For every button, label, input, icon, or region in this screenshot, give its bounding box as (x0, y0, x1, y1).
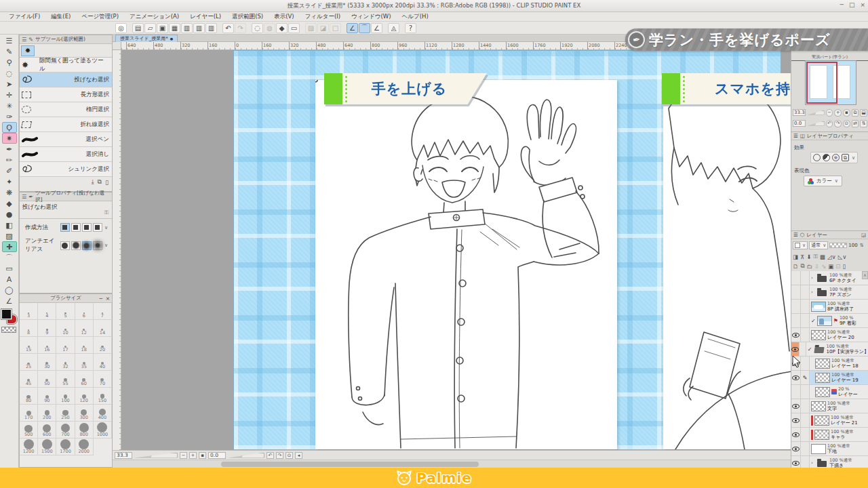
layer-row-main[interactable]: 100 %通常レイヤー 18 (810, 357, 868, 370)
layer-row-2[interactable]: 100 %通常8P 講座終了 (791, 300, 868, 314)
brush-size-700[interactable]: 700 (56, 422, 75, 439)
brush-tool-icon[interactable]: ✐ (2, 165, 17, 176)
brush-size-16[interactable]: 16 (38, 337, 56, 354)
menu-item-0[interactable]: ファイル(F) (4, 13, 45, 21)
brush-size-1200[interactable]: 1200 (20, 439, 38, 455)
export-pages-icon[interactable]: ▥ (193, 23, 205, 33)
menu-item-7[interactable]: フィルター(I) (300, 13, 345, 21)
subtool-item-0[interactable]: ✸隙間無く囲って塗るツール (20, 58, 112, 73)
subtool-item-6[interactable]: 選択消し (20, 147, 112, 162)
menu-item-1[interactable]: 編集(E) (46, 13, 75, 21)
brush-size-40[interactable]: 40 (94, 354, 112, 371)
document-tab[interactable]: 授業スライド_授業用* ● (115, 35, 178, 42)
pen-tool-icon[interactable]: ✒ (2, 144, 17, 155)
layer-row-0[interactable]: ›100 %通常6P ネクタイ (791, 271, 868, 285)
lock-icon[interactable]: ⚿ (104, 209, 108, 216)
layer-visibility-toggle[interactable] (791, 456, 801, 468)
operation-tool-icon[interactable]: ✳ (2, 100, 17, 111)
save-icon[interactable]: ▣ (157, 23, 168, 33)
canvas-viewport[interactable]: 手を上げる スマホを持 (121, 50, 791, 450)
brush-size-5[interactable]: 5 (56, 303, 75, 320)
layer-edit-target-cell[interactable] (801, 271, 810, 285)
new-canvas-icon[interactable]: ▤ (132, 23, 144, 33)
zoom-in-button[interactable]: + (189, 452, 197, 459)
delete-subtool-icon[interactable]: ▯ (105, 179, 108, 186)
clip-at-layer-icon[interactable]: ⬇ (806, 253, 811, 260)
tool-property-option-1-1[interactable] (71, 241, 81, 250)
page-2[interactable] (663, 80, 791, 449)
combine-icon[interactable]: ⇘ (821, 263, 826, 270)
text-tool-icon[interactable]: A (2, 274, 17, 285)
brush-size-15[interactable]: 15 (20, 337, 38, 354)
move-layer-tool-icon[interactable]: ✛ (2, 89, 17, 100)
layer-row-main[interactable]: 100 %通常下地 (810, 442, 868, 455)
new-layer-2-icon[interactable]: ⧉ (801, 262, 805, 270)
apply-mask-icon[interactable]: ⊡ (835, 263, 840, 270)
lasso-select-tool-icon[interactable]: Ϙ (2, 122, 17, 133)
menu-item-4[interactable]: レイヤー(L) (185, 13, 226, 21)
opacity-value[interactable]: 100 (848, 243, 857, 248)
airbrush-tool-icon[interactable]: ✦ (2, 176, 17, 187)
chevron-down-icon[interactable]: ∨ (835, 178, 838, 184)
new-folder-icon[interactable]: 🗀 (807, 263, 813, 270)
balloon-tool-icon[interactable]: ◯ (2, 285, 17, 296)
zoom-actual-button[interactable]: ▪ (199, 452, 206, 459)
menu-item-3[interactable]: アニメーション(A) (125, 13, 184, 21)
navigator-rotation-slider[interactable] (807, 121, 824, 126)
brush-size-1500[interactable]: 1500 (38, 439, 56, 455)
layer-row-9[interactable]: 100 %通常文字 (791, 399, 868, 413)
subtool-item-5[interactable]: 選択ペン (20, 132, 112, 147)
brush-size-10[interactable]: 10 (56, 320, 75, 337)
layer-row-main[interactable]: ›100 %通常7P ズボン (810, 285, 868, 299)
layer-visibility-toggle[interactable] (791, 371, 801, 384)
scale-rotate-icon[interactable]: ▨ (305, 23, 317, 33)
subtool-item-1[interactable]: 投げなわ選択 (20, 73, 112, 87)
minimize-button[interactable]: ─ (840, 1, 844, 8)
subtool-item-7[interactable]: シュリンク選択 (20, 162, 112, 177)
layer-visibility-toggle[interactable] (791, 314, 801, 327)
combine-below-icon[interactable]: ◨ (793, 253, 798, 260)
blend-tool-icon[interactable]: ● (2, 209, 17, 220)
prev-page-button[interactable]: ◂ (295, 452, 302, 459)
layer-visibility-toggle[interactable] (791, 428, 801, 441)
subtool-panel-header[interactable]: ☰ ✎ サブツール(選択範囲) (20, 35, 112, 44)
brush-size-800[interactable]: 800 (75, 422, 94, 439)
layer-edit-target-cell[interactable]: ✎ (801, 371, 810, 384)
redo-icon[interactable]: ↷ (235, 23, 246, 33)
navigator-thumbnail[interactable] (805, 60, 856, 105)
layer-edit-target-cell[interactable] (801, 328, 810, 342)
folder-expander-icon[interactable]: › (811, 289, 815, 295)
navigator-zoom-out-button[interactable]: − (826, 109, 833, 117)
menu-item-8[interactable]: ウィンドウ(W) (347, 13, 396, 21)
layer-row-main[interactable]: ✓100 %通常10P【実演学ラン】 (806, 342, 868, 356)
layer-panel-header[interactable]: ☰ ⬡ レイヤー ◲ (791, 230, 868, 239)
layer-row-main[interactable]: 100 %通常レイヤー 20 (810, 328, 868, 342)
layer-row-6[interactable]: 100 %通常レイヤー 18 (791, 357, 868, 371)
collapse-panel-icon[interactable]: ─ (99, 296, 102, 302)
layer-visibility-toggle[interactable] (791, 328, 801, 342)
navigator-view-rect[interactable] (806, 62, 837, 104)
layer-row-4[interactable]: 100 %通常レイヤー 20 (791, 328, 868, 342)
decoration-tool-icon[interactable]: ❋ (2, 187, 17, 198)
fill-tool-icon[interactable]: ◧ (2, 220, 17, 230)
fill-icon[interactable]: ◆ (276, 23, 288, 33)
brush-size-20[interactable]: 20 (94, 337, 112, 354)
layer-row-main[interactable]: ›100 %通常下描き (810, 456, 868, 468)
layer-edit-target-cell[interactable] (801, 300, 810, 313)
brush-size-30[interactable]: 30 (38, 354, 56, 371)
panel-menu-icon[interactable]: ☰ (793, 232, 798, 238)
ruler-menu-icon[interactable]: ◿∨ (827, 253, 836, 260)
tool-property-option-0-2[interactable] (82, 223, 92, 232)
zoom-out-button[interactable]: − (180, 452, 187, 459)
layer-row-13[interactable]: ›100 %通常下描き (791, 456, 868, 468)
navigator-rotate-left-button[interactable]: ↶ (826, 120, 833, 127)
layer-visibility-toggle[interactable] (791, 385, 801, 399)
brush-size-8[interactable]: 8 (20, 320, 38, 337)
blend-mode-dropdown[interactable]: 通常∨ (809, 241, 828, 249)
layer-edit-target-cell[interactable] (801, 456, 810, 468)
layer-visibility-toggle[interactable] (791, 442, 801, 455)
menu-item-5[interactable]: 選択範囲(S) (227, 13, 268, 21)
mask-menu-icon[interactable]: ◺∨ (838, 253, 847, 260)
figure-tool-icon[interactable]: ⌒ (2, 252, 17, 263)
layer-visibility-toggle[interactable] (791, 342, 800, 356)
